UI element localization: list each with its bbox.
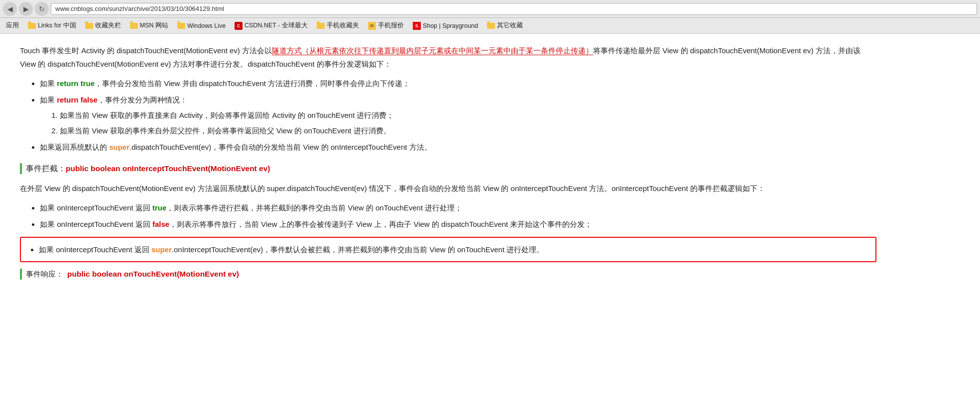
intro-paragraph: Touch 事件发生时 Activity 的 dispatchTouchEven… (20, 44, 876, 71)
highlighted-list: 如果 onInterceptTouchEvent 返回 super.onInte… (39, 243, 867, 256)
bm-label: 收藏夹栏 (95, 21, 121, 30)
shop-icon: S (413, 22, 421, 30)
dispatch-list: 如果 return true，事件会分发给当前 View 并由 dispatch… (40, 77, 876, 154)
section1-label: 事件拦截： (26, 164, 66, 173)
hb-pre: 如果 onInterceptTouchEvent 返回 (39, 245, 151, 254)
return-false-code: return false (57, 96, 98, 104)
bm-label: CSDN.NET - 全球最大 (245, 21, 308, 30)
intercept-false-code: false (152, 220, 169, 228)
green-bar-icon-2 (20, 269, 22, 280)
paragraph1-text: Touch 事件发生时 Activity 的 dispatchTouchEven… (20, 46, 272, 55)
bullet2-post: ，事件分发分为两种情况： (98, 96, 187, 104)
return-true-code: return true (57, 79, 95, 88)
bullet2-pre: 如果 (40, 96, 57, 104)
bookmark-mobile-fav[interactable]: 手机收藏夹 (313, 20, 363, 31)
section-intercept-heading: 事件拦截：public boolean onInterceptTouchEven… (20, 162, 876, 176)
apps-label: 应用 (6, 21, 19, 30)
folder-icon (487, 23, 495, 29)
bookmark-other[interactable]: 其它收藏 (483, 20, 527, 31)
folder-icon (28, 23, 36, 29)
section-heading-text: 事件拦截：public boolean onInterceptTouchEven… (26, 162, 270, 176)
sub-list: 如果当前 View 获取的事件直接来自 Activity，则会将事件返回给 Ac… (60, 108, 876, 137)
bottom-heading-code: public boolean onTouchEvent(MotionEvent … (67, 270, 239, 278)
intercept-paragraph: 在外层 View 的 dispatchTouchEvent(MotionEven… (20, 182, 876, 195)
folder-icon (130, 23, 138, 29)
ib1-pre: 如果 onInterceptTouchEvent 返回 (40, 203, 152, 212)
highlighted-item-super: 如果 onInterceptTouchEvent 返回 super.onInte… (39, 243, 867, 256)
highlighted-box: 如果 onInterceptTouchEvent 返回 super.onInte… (20, 237, 876, 262)
back-button[interactable]: ◀ (3, 2, 17, 16)
bookmark-mobile-price[interactable]: ✉ 手机报价 (364, 20, 408, 31)
ib2-post: ，则表示将事件放行，当前 View 上的事件会被传递到子 View 上，再由子 … (169, 220, 592, 228)
tunnel-link[interactable]: 隧道方式（从根元素依次往下传递直到最内层子元素或在中间某一元素中由于某一条件停止… (272, 46, 593, 55)
browser-toolbar: ◀ ▶ ↻ (0, 0, 980, 18)
bookmark-windows-live[interactable]: Windows Live (173, 21, 230, 31)
intercept-item-false: 如果 onInterceptTouchEvent 返回 false，则表示将事件… (40, 217, 876, 231)
bm-label: Links for 中国 (38, 21, 76, 30)
folder-icon (177, 23, 185, 29)
intercept-item-true: 如果 onInterceptTouchEvent 返回 true，则表示将事件进… (40, 201, 876, 214)
sub-item-2: 如果当前 View 获取的事件来自外层父控件，则会将事件返回给父 View 的 … (60, 124, 876, 137)
bookmarks-bar: 应用 Links for 中国 收藏夹栏 MSN 网站 Windows Live… (0, 18, 980, 34)
intercept-true-code: true (152, 203, 166, 212)
bookmark-apps[interactable]: 应用 (2, 20, 23, 31)
ib2-pre: 如果 onInterceptTouchEvent 返回 (40, 220, 152, 228)
list-item-return-true: 如果 return true，事件会分发给当前 View 并由 dispatch… (40, 77, 876, 90)
folder-icon (85, 23, 93, 29)
bm-label: MSN 网站 (140, 21, 168, 30)
folder-icon (317, 23, 325, 29)
main-content: Touch 事件发生时 Activity 的 dispatchTouchEven… (0, 34, 896, 291)
intercept-list: 如果 onInterceptTouchEvent 返回 true，则表示将事件进… (40, 201, 876, 231)
phone-icon: ✉ (368, 22, 376, 30)
super-code: super (109, 143, 129, 151)
bullet1-post: ，事件会分发给当前 View 并由 dispatchTouchEvent 方法进… (95, 79, 410, 88)
bottom-section-heading: 事件响应： public boolean onTouchEvent(Motion… (20, 267, 876, 281)
ib1-post: ，则表示将事件进行拦截，并将拦截到的事件交由当前 View 的 onTouchE… (166, 203, 462, 212)
sub-item-1: 如果当前 View 获取的事件直接来自 Activity，则会将事件返回给 Ac… (60, 108, 876, 122)
bullet3-post: .dispatchTouchEvent(ev)，事件会自动的分发给当前 View… (129, 143, 432, 151)
bm-label: 手机收藏夹 (327, 21, 359, 30)
forward-button[interactable]: ▶ (19, 2, 33, 16)
green-bar-icon (20, 163, 22, 174)
section1-code: public boolean onInterceptTouchEvent(Mot… (66, 164, 270, 173)
bookmark-csdn[interactable]: C CSDN.NET - 全球最大 (231, 20, 312, 31)
highlighted-super-code: super (151, 245, 172, 254)
bookmark-shop[interactable]: S Shop | Sprayground (409, 20, 482, 31)
bm-label: 其它收藏 (497, 21, 523, 30)
bm-label: 手机报价 (378, 21, 404, 30)
bm-label: Windows Live (187, 22, 226, 29)
list-item-return-false: 如果 return false，事件分发分为两种情况： 如果当前 View 获取… (40, 93, 876, 137)
refresh-button[interactable]: ↻ (35, 2, 49, 16)
list-item-super: 如果返回系统默认的 super.dispatchTouchEvent(ev)，事… (40, 140, 876, 154)
bookmark-msn[interactable]: MSN 网站 (126, 20, 172, 31)
address-bar[interactable] (51, 3, 977, 15)
bookmark-links-china[interactable]: Links for 中国 (24, 20, 80, 31)
hb-post: .onInterceptTouchEvent(ev)，事件默认会被拦截，并将拦截… (172, 245, 544, 254)
bm-label: Shop | Sprayground (423, 22, 478, 29)
bottom-heading-label: 事件响应： (26, 267, 63, 281)
bookmark-favorites[interactable]: 收藏夹栏 (81, 20, 125, 31)
bullet3-pre: 如果返回系统默认的 (40, 143, 109, 151)
csdn-icon: C (235, 22, 243, 30)
bullet1-pre: 如果 (40, 79, 57, 88)
